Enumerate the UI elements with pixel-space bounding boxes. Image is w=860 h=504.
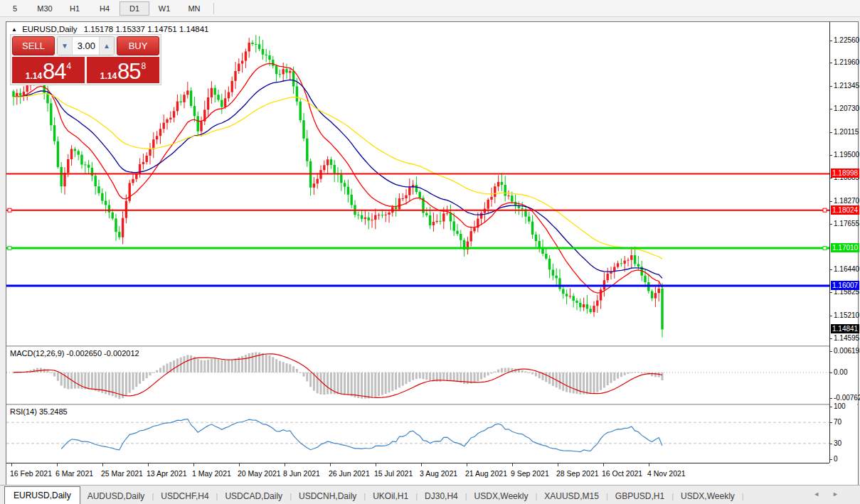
macd-histogram-bar (115, 372, 117, 397)
candle (214, 85, 216, 103)
volume-decrease-button[interactable]: ▼ (58, 37, 73, 55)
chart-tab-xauusd-m15[interactable]: XAUUSD,M15 (537, 488, 606, 504)
line-anchor-handle[interactable] (823, 247, 827, 250)
candle (630, 247, 632, 269)
macd-histogram-bar (146, 372, 148, 378)
candle (562, 285, 564, 299)
candle (87, 160, 90, 174)
price-chart-pane[interactable]: ▲ EURUSD,Daily 1.15178 1.15337 1.14751 1… (6, 22, 829, 345)
timeframe-button-d1[interactable]: D1 (120, 1, 149, 16)
date-tick-mark (285, 463, 285, 466)
candle (60, 162, 63, 193)
candle (627, 257, 629, 266)
candle (620, 259, 622, 267)
candle (524, 206, 526, 223)
volume-field[interactable]: 3.00 (73, 37, 99, 55)
price-tick-label: 1.14595 (834, 334, 859, 342)
buy-price-display[interactable]: 1.14 85 8 (87, 57, 159, 83)
chart-tab-dj30-h4[interactable]: DJ30,H4 (418, 488, 465, 504)
candle (357, 212, 359, 220)
rsi-canvas[interactable] (6, 405, 829, 462)
candle (115, 214, 117, 241)
price-tick-mark (830, 292, 832, 293)
chart-tab-usdchf-h4[interactable]: USDCHF,H4 (154, 488, 216, 504)
price-badge-1.18998: 1.18998 (831, 168, 859, 178)
tab-scroll-right-icon[interactable]: ► (832, 490, 851, 498)
line-anchor-handle[interactable] (8, 247, 11, 250)
macd-tick-mark (830, 351, 832, 352)
date-tick-mark (467, 463, 467, 466)
candle (234, 62, 236, 89)
macd-histogram-bar (299, 372, 302, 373)
date-tick-mark (512, 463, 513, 466)
macd-histogram-bar (275, 359, 277, 372)
timeframe-button-h1[interactable]: H1 (60, 1, 90, 16)
candle (317, 173, 319, 188)
chart-tab-usdx-weekly[interactable]: USDX,Weekly (467, 488, 536, 504)
timeframe-button-w1[interactable]: W1 (149, 1, 179, 16)
candle (200, 117, 202, 136)
date-label: 28 Sep 2021 (556, 469, 599, 478)
candle (313, 177, 315, 195)
timeframe-button-m30[interactable]: M30 (30, 1, 60, 16)
line-anchor-handle[interactable] (823, 208, 827, 212)
chart-tab-usdcad-daily[interactable]: USDCAD,Daily (218, 488, 290, 504)
macd-histogram-bar (603, 372, 605, 388)
price-tick-label: 1.20730 (834, 104, 859, 112)
candle (344, 180, 346, 194)
chart-tab-audusd-daily[interactable]: AUDUSD,Daily (80, 488, 152, 504)
candle (535, 232, 537, 247)
candle (262, 40, 264, 60)
macd-histogram-bar (173, 360, 175, 372)
price-tick-label: 1.16440 (834, 265, 859, 273)
timeframe-button-mn[interactable]: MN (179, 1, 209, 16)
macd-histogram-bar (525, 371, 527, 372)
chart-tab-ukoil-h1[interactable]: UKOil,H1 (366, 488, 415, 504)
macd-histogram-bar (330, 372, 332, 394)
candle (545, 248, 547, 260)
collapse-arrow-icon[interactable]: ▲ (11, 26, 17, 33)
macd-histogram-bar (600, 372, 602, 390)
date-label: 25 Mar 2021 (101, 469, 143, 478)
macd-histogram-bar (98, 372, 100, 392)
chart-tab-usdx-weekly[interactable]: USDX,Weekly (674, 488, 742, 504)
date-axis[interactable]: 16 Feb 20216 Mar 202125 Mar 202113 Apr 2… (6, 463, 829, 485)
rsi-pane[interactable]: RSI(14) 35.2485 (6, 405, 829, 462)
date-tick-mark (193, 463, 194, 466)
macd-histogram-bar (36, 368, 38, 372)
macd-histogram-bar (538, 372, 541, 378)
candle (169, 112, 171, 123)
candle (586, 295, 588, 313)
macd-histogram-bar (569, 372, 571, 393)
macd-pane[interactable]: MACD(12,26,9) -0.002650 -0.002012 (6, 347, 829, 404)
sell-price-display[interactable]: 1.14 84 4 (12, 57, 85, 83)
macd-histogram-bar (361, 372, 363, 399)
macd-histogram-bar (87, 372, 90, 390)
candle (538, 235, 541, 253)
line-anchor-handle[interactable] (8, 208, 11, 212)
sell-button[interactable]: SELL (12, 36, 55, 55)
candle (354, 200, 356, 218)
macd-histogram-bar (221, 360, 223, 372)
macd-histogram-bar (398, 372, 400, 387)
macd-histogram-bar (381, 372, 383, 395)
macd-histogram-bar (84, 372, 86, 390)
macd-histogram-bar (415, 372, 418, 379)
candle (436, 214, 438, 223)
chart-tab-eurusd-daily[interactable]: EURUSD,Daily (4, 486, 80, 504)
candle (248, 38, 250, 58)
price-scale[interactable]: 1.225601.219601.213451.207301.201151.195… (829, 22, 857, 463)
date-label: 8 Jun 2021 (283, 469, 320, 478)
chart-tab-gbpusd-h1[interactable]: GBPUSD,H1 (608, 488, 671, 504)
timeframe-button-5[interactable]: 5 (0, 1, 30, 16)
candle (166, 118, 168, 130)
macd-histogram-bar (491, 372, 493, 374)
candle (95, 173, 97, 195)
candle (50, 98, 52, 131)
volume-increase-button[interactable]: ▲ (99, 37, 114, 55)
tab-scroll-left-icon[interactable]: ◄ (813, 490, 832, 498)
chart-tab-usdcnh-daily[interactable]: USDCNH,Daily (292, 488, 363, 504)
timeframe-button-h4[interactable]: H4 (90, 1, 120, 16)
buy-button[interactable]: BUY (117, 36, 159, 55)
tab-scroll-arrows: ◄► (813, 490, 851, 498)
